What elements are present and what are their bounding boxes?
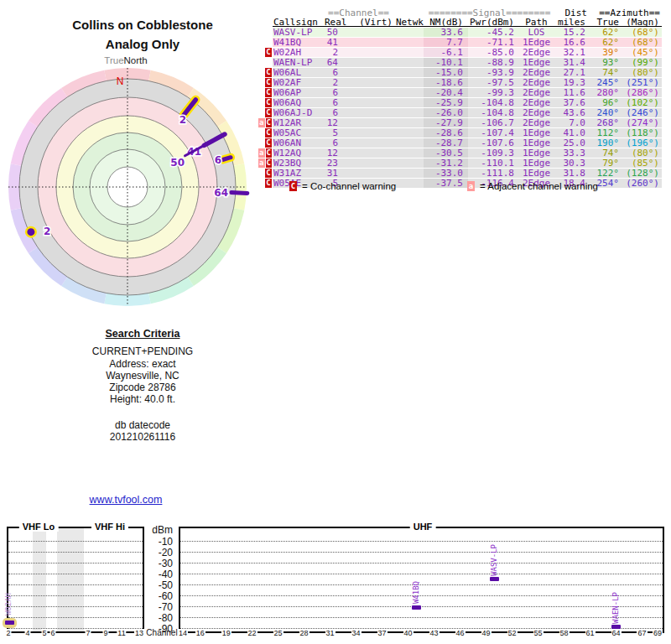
channel-tick-vhf: 9 <box>102 629 108 637</box>
non-tv-frequency-band <box>33 528 46 631</box>
cell-pwr: -88.9 <box>468 58 518 67</box>
dbm-gridline <box>8 563 143 564</box>
cell-path: 2Edge <box>518 88 555 97</box>
cell-cs: W02AH <box>273 48 325 57</box>
channel-tick-uhf: 67 <box>637 629 647 637</box>
cell-cs: W12AQ <box>273 148 325 158</box>
cell-netwk <box>393 98 424 107</box>
cell-virt <box>338 98 393 107</box>
non-tv-frequency-band <box>57 528 84 631</box>
channel-tick-uhf: 69 <box>653 629 663 637</box>
co-channel-badge: C <box>266 158 273 168</box>
cell-magn: (128°) <box>621 169 660 178</box>
cell-real: 6 <box>325 98 338 107</box>
cell-netwk <box>393 138 424 148</box>
dbm-tick-label: -30 <box>144 558 173 569</box>
station-table: ==Channel== ========Signal======== Dist … <box>259 8 662 188</box>
dbm-tick-label: -40 <box>144 569 173 580</box>
channel-tick-uhf: 43 <box>429 629 440 637</box>
cell-virt <box>338 169 393 178</box>
warn-badges: aC <box>258 148 272 158</box>
co-channel-badge: C <box>265 48 272 57</box>
co-channel-badge: C <box>289 181 297 191</box>
channel-tick-uhf: 37 <box>377 629 388 637</box>
cell-magn: (45°) <box>621 48 660 57</box>
cell-miles: 31.8 <box>555 169 587 178</box>
cell-nm: -15.0 <box>424 68 468 77</box>
channel-tick-uhf: 16 <box>195 629 205 637</box>
cell-true: 79° <box>587 158 621 168</box>
column-header-path: Path <box>518 18 555 27</box>
search-criteria-line: Zipcode 28786 <box>0 382 285 393</box>
cell-true: 62° <box>587 28 621 37</box>
cell-cs: W06AJ-D <box>273 108 325 117</box>
dbm-gridline <box>8 552 143 553</box>
cell-true: 74° <box>587 68 621 77</box>
channel-tick-uhf: 19 <box>221 629 231 637</box>
co-channel-badge: C <box>265 179 272 188</box>
table-row: aCW12AR12-27.9-106.72Edge7.0268°(274°) <box>273 118 662 127</box>
channel-tick-vhf: 6 <box>49 629 55 637</box>
legend-adjacent-channel-text: = Adjacent channel warning <box>480 181 598 191</box>
cell-miles: 30.3 <box>555 158 587 168</box>
warn-badges: C <box>258 128 272 138</box>
cell-path: 1Edge <box>518 58 555 67</box>
adjacent-channel-badge: a <box>467 181 475 191</box>
header-azimuth-group: ==Azimuth== <box>587 8 660 18</box>
channel-tick-uhf: 34 <box>351 629 362 637</box>
warn-badges: C <box>258 78 272 87</box>
cell-netwk <box>393 169 424 178</box>
cell-nm: -30.5 <box>424 148 468 158</box>
cell-magn: (102°) <box>621 98 660 107</box>
cell-virt <box>338 128 393 138</box>
cell-cs: W02AF <box>273 78 325 87</box>
tvfool-link[interactable]: www.tvfool.com <box>90 494 163 506</box>
cell-pwr: -106.7 <box>468 118 518 127</box>
cell-true: 112° <box>587 128 621 138</box>
cell-netwk <box>393 38 424 47</box>
cell-miles: 41.0 <box>555 128 587 138</box>
dbm-tick-label: -90 <box>144 623 173 635</box>
column-header-nm: NM(dB) <box>424 18 468 27</box>
station-marker-W02AF <box>27 228 34 236</box>
cell-magn: (80°) <box>621 148 660 158</box>
dbm-gridline <box>180 552 663 553</box>
header-channel-group: ==Channel== <box>325 8 393 18</box>
cell-path: 2Edge <box>518 68 555 77</box>
warn-badges <box>258 58 272 67</box>
cell-virt <box>338 78 393 87</box>
channel-tick-uhf: 25 <box>273 629 283 637</box>
cell-miles: 25.0 <box>555 138 587 148</box>
cell-virt <box>338 108 393 117</box>
co-channel-badge: C <box>265 78 272 87</box>
cell-miles: 27.1 <box>555 68 587 77</box>
dbm-axis-label: dBm <box>144 524 173 536</box>
radar-plot: 241506642N <box>0 60 255 314</box>
cell-miles: 37.6 <box>555 98 587 107</box>
cell-nm: -33.0 <box>424 169 468 178</box>
cell-virt <box>338 28 393 37</box>
cell-miles: 33.3 <box>555 148 587 158</box>
table-row: CW06AP6-20.4-99.32Edge11.6280°(286°) <box>273 88 662 97</box>
db-datecode-label: db datecode <box>0 419 285 431</box>
cell-pwr: -45.2 <box>468 28 518 37</box>
warn-badges: C <box>258 98 272 107</box>
cell-magn: (286°) <box>621 88 660 97</box>
search-criteria-line: Address: exact <box>0 358 285 370</box>
warn-badges: C <box>258 179 272 188</box>
cell-nm: -37.5 <box>424 179 468 188</box>
dbm-tick-label: -60 <box>144 590 173 602</box>
cell-real: 41 <box>325 38 338 47</box>
dbm-tick-label: -80 <box>144 612 173 624</box>
cell-magn: (246°) <box>621 108 660 117</box>
cell-real: 2 <box>325 78 338 87</box>
warn-badges: aC <box>258 118 272 127</box>
cell-netwk <box>393 88 424 97</box>
cell-true: 280° <box>587 88 621 97</box>
legend-co-channel-text: = Co-channel warning <box>302 181 396 191</box>
tvfool-report: Collins on Cobblestone Analog Only TrueN… <box>0 0 671 644</box>
channel-tick-uhf: 61 <box>585 629 595 637</box>
cell-path: 1Edge <box>518 158 555 168</box>
cell-nm: -20.4 <box>424 88 468 97</box>
channel-tick-uhf: 14 <box>178 629 188 637</box>
